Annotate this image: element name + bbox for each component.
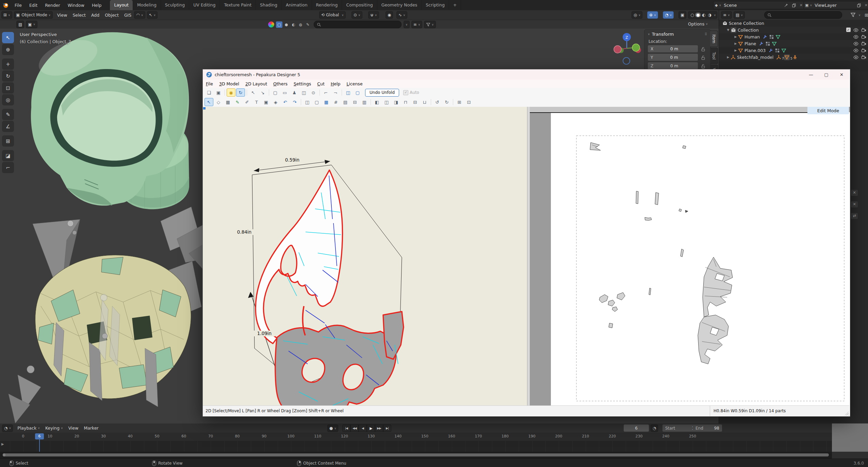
tab-scripting[interactable]: Scripting — [422, 0, 449, 10]
menu-help[interactable]: Help — [88, 3, 105, 8]
render-camera-icon[interactable] — [861, 48, 866, 53]
asset-search-input[interactable] — [314, 21, 402, 28]
navigation-gizmo[interactable]: Z — [611, 31, 643, 69]
pk-view-texture[interactable]: ⊙ — [309, 88, 318, 97]
expander-icon[interactable]: ▶ — [726, 55, 731, 59]
asset-dropdown[interactable]: ∨ — [404, 21, 410, 28]
outliner-row-collection[interactable]: ▼Collection✓ — [719, 27, 868, 33]
location-z-field[interactable]: Z0 m — [648, 62, 698, 69]
tab-animation[interactable]: Animation — [282, 0, 312, 10]
tab-shading[interactable]: Shading — [256, 0, 282, 10]
tool-button-0[interactable]: ↖ — [2, 32, 14, 43]
pk-divide-edit[interactable]: ◇ — [214, 98, 223, 106]
pepakura-menu-2d-layout[interactable]: 2D Layout — [242, 81, 270, 86]
pk-image-tool[interactable]: ▣ — [262, 98, 271, 106]
pk-rotate-right[interactable]: ↻ — [442, 98, 451, 106]
tool-button-2[interactable]: + — [2, 59, 14, 70]
visibility-dropdown[interactable]: ◎∨ — [632, 11, 642, 19]
pk-align-right[interactable]: ◨ — [392, 98, 400, 106]
outliner-row-sketchfab-model[interactable]: ▶Sketchfab_model75 — [719, 54, 868, 61]
timeline-menu-view[interactable]: View — [66, 426, 81, 431]
lock-icon[interactable] — [701, 55, 706, 60]
expander-icon[interactable]: ▶ — [733, 42, 738, 45]
pk-redo[interactable]: ↷ — [290, 98, 299, 106]
location-x-field[interactable]: X0 m — [648, 45, 698, 52]
timeline-menu-keying[interactable]: Keying∨ — [43, 426, 66, 431]
viewport-menu-select[interactable]: Select — [70, 13, 88, 18]
tool-settings-icon[interactable]: ▧ — [16, 21, 24, 28]
pepakura-menu-others[interactable]: Others — [270, 81, 291, 86]
pk-save-file[interactable]: ▣ — [214, 88, 223, 97]
pk-edge-corner[interactable]: ⌐ — [322, 88, 330, 97]
falloff-selector[interactable]: ∿∨ — [396, 11, 407, 19]
tab-sculpting[interactable]: Sculpting — [161, 0, 189, 10]
pk-text-tool[interactable]: T — [252, 98, 261, 106]
asset-type-3[interactable]: ◍ — [297, 21, 304, 28]
render-camera-icon[interactable] — [861, 28, 866, 33]
viewlayer-selector[interactable]: ▣∨ ViewLayer ✕ — [803, 1, 868, 9]
new-collection-button[interactable]: ⊞ — [865, 13, 868, 18]
pivot-selector[interactable]: ⊙∨ — [351, 11, 362, 19]
panel-title[interactable]: Transform — [652, 32, 705, 37]
asset-type-2[interactable]: ◐ — [290, 21, 297, 28]
pk-rotate-left[interactable]: ↺ — [433, 98, 442, 106]
hide-eye-icon[interactable] — [853, 48, 858, 53]
pk-align-top[interactable]: ⊓ — [401, 98, 410, 106]
sidebar-tab-tool[interactable]: Tool — [710, 48, 718, 64]
outliner-row-plane-003[interactable]: ▶Plane.003 — [719, 47, 868, 54]
pk-view-cylinder[interactable]: ▭ — [280, 88, 289, 97]
timeline-editor-type[interactable]: ◔∨ — [2, 424, 13, 432]
pepakura-menu-settings[interactable]: Settings — [291, 81, 314, 86]
asset-type-0[interactable]: ▢ — [276, 21, 282, 28]
pk-align-middle[interactable]: ⊟ — [411, 98, 420, 106]
expander-icon[interactable]: ▶ — [733, 35, 738, 38]
viewport-menu-gis[interactable]: GIS — [121, 13, 134, 18]
pk-draw-line[interactable]: ✎ — [233, 98, 242, 106]
snap-toggle[interactable]: ∪∨ — [368, 11, 379, 19]
tab-layout[interactable]: Layout — [110, 0, 133, 10]
pepakura-3d-pane[interactable]: 0.59in 0.84in 1.09in — [203, 107, 527, 405]
close-button[interactable]: ✕ — [834, 70, 849, 80]
asset-type-4[interactable]: ✎ — [305, 21, 311, 28]
sidebar-tab-item[interactable]: Item — [710, 31, 718, 47]
use-preview-range-toggle[interactable]: ◔ — [651, 424, 658, 432]
pk-print[interactable]: ▥ — [360, 98, 369, 106]
pk-edge-corner-settings[interactable]: ¬ — [331, 88, 340, 97]
tool-button-8[interactable]: ⊞ — [2, 135, 14, 147]
pk-open-file[interactable]: ❏ — [204, 88, 213, 97]
expander-icon[interactable]: ▶ — [733, 49, 738, 52]
menu-render[interactable]: Render — [41, 3, 64, 8]
hide-eye-icon[interactable] — [853, 34, 858, 39]
tab-geometry-nodes[interactable]: Geometry Nodes — [377, 0, 422, 10]
menu-window[interactable]: Window — [64, 3, 88, 8]
lock-icon[interactable] — [701, 47, 706, 52]
tab-uv-editing[interactable]: UV Editing — [189, 0, 220, 10]
exclude-checkbox[interactable]: ✓ — [846, 28, 851, 32]
pk-scale-down[interactable]: ⊡ — [464, 98, 473, 106]
pepakura-2d-pane[interactable]: Edit Mode — [530, 107, 850, 405]
viewport-menu-view[interactable]: View — [54, 13, 70, 18]
transport-5[interactable]: ▶| — [383, 424, 391, 432]
location-y-field[interactable]: Y0 m — [648, 54, 698, 61]
pk-erase-line[interactable]: ✐ — [243, 98, 251, 106]
proportional-edit-toggle[interactable]: ◉ — [386, 11, 393, 19]
viewlayer-remove-icon[interactable]: ✕ — [865, 3, 868, 7]
tool-button-1[interactable]: ⊕ — [2, 44, 14, 55]
timeline-ruler[interactable]: 0102030405060708090100110120130140150160… — [0, 433, 832, 441]
frame-start-field[interactable]: Start1 — [662, 424, 697, 432]
pk-select-region[interactable]: ▢ — [312, 98, 321, 106]
tool-button-7[interactable]: ∠ — [2, 121, 14, 132]
pin-icon[interactable] — [784, 3, 788, 7]
timeline-scrollbar[interactable] — [3, 453, 829, 456]
frame-end-field[interactable]: End98 — [693, 424, 722, 432]
asset-funnel-filter[interactable]: ∨ — [424, 21, 436, 28]
transport-1[interactable]: ◀◀ — [350, 424, 359, 432]
asset-list-filter[interactable]: ≡∨ — [411, 21, 422, 28]
pepakura-menu-cut[interactable]: Cut — [314, 81, 328, 86]
shading-rendered[interactable]: ◑ — [707, 13, 713, 17]
pk-undo[interactable]: ↶ — [281, 98, 290, 106]
outliner-row-plane[interactable]: ▶Plane — [719, 40, 868, 47]
pk-view-mirror[interactable]: ◫ — [299, 88, 308, 97]
viewport-menu-add[interactable]: Add — [88, 13, 102, 18]
filter-funnel-icon[interactable] — [850, 12, 856, 18]
